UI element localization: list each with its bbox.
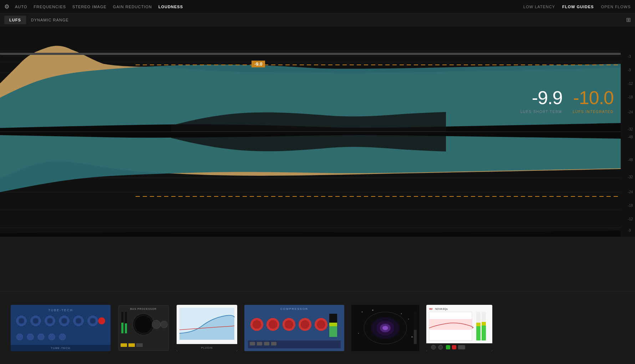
svg-point-29: [90, 318, 96, 324]
svg-point-88: [382, 326, 388, 330]
svg-point-23: [47, 318, 53, 324]
svg-rect-97: [476, 326, 481, 340]
nav-flow-guides[interactable]: FLOW GUIDES: [562, 5, 594, 9]
svg-text:BUS PROCESSOR: BUS PROCESSOR: [130, 308, 157, 310]
scale-label-neg32: -32: [628, 128, 633, 131]
svg-point-83: [401, 313, 402, 314]
plugin-meter-svg: W/ NOVA EQu: [426, 305, 492, 351]
svg-rect-73: [250, 342, 255, 345]
nav-open-flows[interactable]: OPEN FLOWS: [601, 5, 631, 9]
target-label: -9.0: [252, 61, 265, 67]
plugin-meter[interactable]: W/ NOVA EQu: [426, 305, 492, 351]
svg-point-35: [59, 334, 66, 340]
waveform-top: [0, 26, 621, 132]
nav-frequencies[interactable]: FREQUENCIES: [34, 5, 66, 9]
scale-label-neg18b: -18: [628, 204, 633, 207]
lufs-short-term-value: -9.9: [532, 87, 563, 108]
svg-point-84: [408, 319, 409, 319]
svg-point-19: [19, 318, 24, 324]
nav-loudness[interactable]: LOUDNESS: [158, 5, 183, 9]
svg-rect-90: [414, 330, 417, 344]
svg-point-52: [161, 321, 168, 328]
svg-point-32: [27, 334, 34, 340]
nav-low-latency[interactable]: LOW LATENCY: [523, 5, 555, 9]
svg-point-104: [438, 345, 443, 349]
plugin-effect[interactable]: [351, 305, 419, 351]
stats-overlay: -9.9 -10.0 LUFS SHORT TERM LUFS INTEGRAT…: [520, 87, 614, 114]
scale-label-neg9b: -9: [628, 229, 633, 232]
nav-gain-reduction[interactable]: GAIN REDUCTION: [113, 5, 152, 9]
lufs-integrated-label: LUFS INTEGRATED: [573, 110, 614, 114]
svg-point-33: [38, 334, 44, 340]
scale-right-bottom: -48 -32 -24 -18 -12 -9 -6 -3 0: [628, 158, 633, 237]
plugin-compressor[interactable]: COMPRESSOR: [244, 305, 344, 351]
scale-label-neg9: -9: [628, 68, 633, 72]
svg-point-62: [269, 320, 277, 329]
svg-text:COMPRESSOR: COMPRESSOR: [280, 307, 308, 311]
svg-text:W/: W/: [429, 307, 433, 311]
svg-point-82: [372, 309, 374, 311]
svg-point-31: [16, 334, 23, 340]
svg-point-81: [362, 312, 362, 312]
lufs-short-term-label: LUFS SHORT TERM: [520, 110, 562, 114]
scale-label-neg32b: -32: [628, 175, 633, 179]
svg-rect-98: [476, 323, 481, 326]
svg-rect-70: [329, 326, 337, 337]
scrollbar-thumb[interactable]: [0, 53, 621, 55]
expand-icon[interactable]: ⊞: [626, 17, 631, 23]
svg-point-103: [431, 345, 436, 349]
svg-rect-105: [446, 345, 450, 349]
svg-rect-107: [458, 345, 465, 349]
svg-point-47: [134, 316, 152, 333]
scale-right-top: -3 -9 -12 -18 -24 -32: [628, 55, 633, 138]
tab-lufs[interactable]: LUFS: [4, 16, 26, 24]
svg-point-25: [61, 318, 67, 324]
top-nav: ⚙ AUTO FREQUENCIES STEREO IMAGE GAIN RED…: [0, 0, 635, 14]
svg-rect-71: [329, 323, 337, 326]
plugin-tube-eq[interactable]: TUBE-TECH TUBE-TECH: [11, 305, 111, 351]
waveform-divider: [0, 132, 621, 132]
svg-text:PLUGIN: PLUGIN: [201, 347, 213, 349]
svg-text:NOVA EQu: NOVA EQu: [435, 308, 448, 311]
plugin-bus-processor[interactable]: BUS PROCESSOR: [118, 305, 169, 351]
scale-label-neg18: -18: [628, 96, 633, 99]
svg-point-51: [152, 320, 161, 329]
scale-label-neg3: -3: [628, 55, 633, 58]
svg-point-86: [412, 336, 413, 337]
scrollbar-top[interactable]: [0, 53, 621, 55]
svg-point-66: [301, 320, 309, 329]
plugin-frequency[interactable]: PLUGIN: [177, 305, 237, 351]
stats-labels: LUFS SHORT TERM LUFS INTEGRATED: [520, 110, 614, 114]
plugin-effect-svg: [351, 305, 419, 351]
waveform-svg-bottom: [0, 132, 621, 237]
plugin-bus-proc-svg: BUS PROCESSOR: [118, 305, 169, 351]
lufs-integrated-value: -10.0: [573, 87, 614, 108]
scale-label-neg12b: -12: [628, 217, 633, 221]
scale-label-neg12: -12: [628, 82, 633, 86]
svg-rect-76: [271, 342, 276, 345]
settings-icon[interactable]: ⚙: [4, 3, 9, 10]
scale-label-neg48-mid: -48: [628, 135, 633, 139]
stats-values: -9.9 -10.0: [520, 87, 614, 108]
svg-point-68: [317, 320, 325, 329]
scale-label-neg24b: -24: [628, 190, 633, 194]
waveform-svg-top: [0, 26, 621, 132]
svg-rect-100: [482, 325, 486, 340]
scale-label-neg24: -24: [628, 111, 633, 114]
svg-point-60: [253, 320, 261, 329]
scale-label-neg48: -48: [628, 158, 633, 162]
svg-rect-48: [121, 343, 127, 347]
tab-dynamic-range[interactable]: DYNAMIC RANGE: [26, 16, 74, 24]
nav-stereo-image[interactable]: STEREO IMAGE: [72, 5, 107, 9]
nav-auto[interactable]: AUTO: [15, 5, 27, 9]
waveform-bottom: [0, 132, 621, 237]
svg-point-36: [98, 317, 105, 324]
svg-rect-49: [128, 343, 135, 347]
svg-point-27: [76, 318, 81, 324]
svg-text:TUBE-TECH: TUBE-TECH: [48, 308, 73, 312]
sub-nav: LUFS DYNAMIC RANGE ⊞: [0, 14, 635, 26]
svg-rect-106: [452, 345, 456, 349]
svg-rect-75: [264, 342, 269, 345]
svg-rect-74: [257, 342, 262, 345]
svg-point-64: [285, 320, 293, 329]
